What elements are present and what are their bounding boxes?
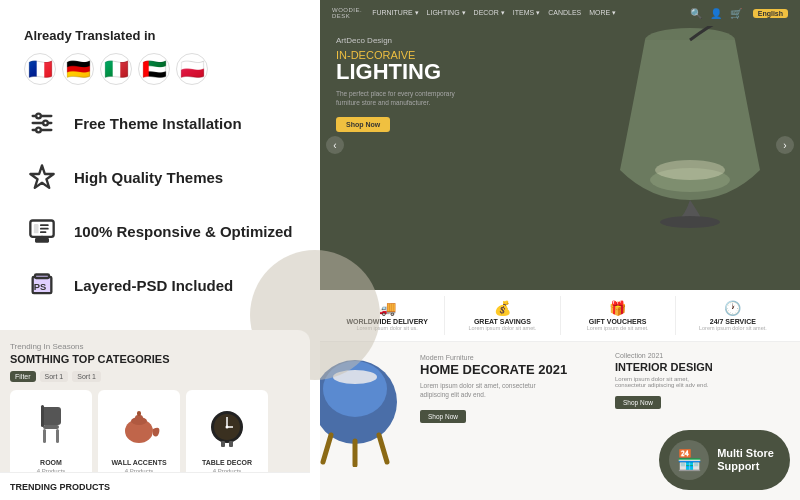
strip-savings-desc: Lorem ipsum dolor sit amet. [468,325,536,331]
interior-label: Collection 2021 [615,352,790,359]
left-panel: Already Translated in 🇫🇷 🇩🇪 🇮🇹 🇦🇪 🇵🇱 [0,0,320,500]
filter-row: Filter Sort 1 Sort 1 [10,371,300,382]
hero-prev-arrow[interactable]: ‹ [326,136,344,154]
hero-subtitle: ArtDeco Design [336,36,466,45]
already-translated-section: Already Translated in 🇫🇷 🇩🇪 🇮🇹 🇦🇪 🇵🇱 [24,28,296,85]
service-icon: 🕐 [724,300,741,316]
flag-de: 🇩🇪 [62,53,94,85]
monitor-icon [24,213,60,249]
vouchers-icon: 🎁 [609,300,626,316]
badge-icon [24,159,60,195]
svg-rect-18 [43,429,46,443]
strip-service: 🕐 24/7 SERVICE Lorem ipsum dolor sit ame… [676,296,790,335]
feature-high-quality: High Quality Themes [24,159,296,195]
nav-links: FURNITURE ▾ LIGHTING ▾ DECOR ▾ ITEMS ▾ C… [372,9,679,17]
feature-psd-text: Layered-PSD Included [74,277,233,294]
multi-store-badge: 🏪 Multi Store Support [659,430,790,490]
feature-high-quality-text: High Quality Themes [74,169,223,186]
nav-link-lighting[interactable]: LIGHTING ▾ [427,9,466,17]
already-translated-title: Already Translated in [24,28,296,43]
filter-sort1[interactable]: Sort 1 [40,371,69,382]
svg-rect-17 [43,425,59,429]
store-icon: 🏪 [669,440,709,480]
strip-vouchers: 🎁 GIFT VOUCHERS Lorem ipsum de sit amet. [561,296,676,335]
trending-products-title: TRENDING PRODUCTS [10,482,110,492]
svg-rect-30 [221,441,225,447]
right-bottom: Modern Furniture HOME DECORATE 2021 Lore… [320,342,800,500]
svg-point-34 [660,216,720,228]
interior-title: INTERIOR DESIGN [615,361,790,373]
bottom-preview: Trending In Seasons SOMTHING TOP CATEGOR… [0,330,310,500]
hero-next-arrow[interactable]: › [776,136,794,154]
hero-section: WOODIE. DESK FURNITURE ▾ LIGHTING ▾ DECO… [320,0,800,290]
hero-content: ArtDeco Design IN-DECORAIVE LIGHTING The… [336,36,466,132]
strip-savings-title: GREAT SAVINGS [474,318,531,325]
savings-icon: 💰 [494,300,511,316]
wall-product-image [98,397,180,457]
hero-cta-button[interactable]: Shop Now [336,117,390,132]
strip-service-title: 24/7 SERVICE [710,318,756,325]
right-panel: WOODIE. DESK FURNITURE ▾ LIGHTING ▾ DECO… [320,0,800,500]
product-card-room[interactable]: ROOM 4 Products [10,390,92,480]
svg-text:PS: PS [34,282,46,292]
nav-logo: WOODIE. DESK [332,7,362,19]
product-card-wall[interactable]: WALL ACCENTS 4 Products [98,390,180,480]
svg-point-35 [655,160,725,180]
user-icon[interactable]: 👤 [709,6,723,20]
decorate-shop-btn[interactable]: Shop Now [420,410,466,423]
svg-rect-20 [41,405,44,427]
svg-rect-19 [56,429,59,443]
language-button[interactable]: English [753,9,788,18]
sliders-icon [24,105,60,141]
features-list: Free Theme Installation High Quality The… [24,105,296,303]
strip-vouchers-title: GIFT VOUCHERS [589,318,647,325]
room-product-image [10,397,92,457]
table-product-image [186,397,268,457]
flag-pl: 🇵🇱 [176,53,208,85]
collection-label: Modern Furniture [420,354,595,361]
feature-responsive: 100% Responsive & Optimized [24,213,296,249]
nav-icons: 🔍 👤 🛒 [689,6,743,20]
home-decorate-section: Modern Furniture HOME DECORATE 2021 Lore… [410,342,605,500]
feature-responsive-text: 100% Responsive & Optimized [74,223,292,240]
feature-free-install: Free Theme Installation [24,105,296,141]
feature-free-install-text: Free Theme Installation [74,115,242,132]
svg-point-5 [36,128,41,133]
lamp-illustration [590,0,790,230]
filter-sort2[interactable]: Sort 1 [72,371,101,382]
nav-bar: WOODIE. DESK FURNITURE ▾ LIGHTING ▾ DECO… [320,0,800,26]
svg-rect-24 [137,411,141,416]
svg-rect-9 [34,224,39,233]
svg-rect-31 [229,441,233,447]
product-cards-row: ROOM 4 Products [10,390,300,480]
strip-savings: 💰 GREAT SAVINGS Lorem ipsum dolor sit am… [445,296,560,335]
flag-fr: 🇫🇷 [24,53,56,85]
home-decorate-title: HOME DECORATE 2021 [420,363,595,377]
something-top-label: SOMTHING TOP CATEGORIES [10,353,300,365]
search-icon[interactable]: 🔍 [689,6,703,20]
home-decorate-desc: Lorem ipsum dolor sit amet, consectetur … [420,381,540,399]
room-label: ROOM [36,457,66,468]
trending-in-label: Trending In Seasons [10,342,300,351]
nav-link-furniture[interactable]: FURNITURE ▾ [372,9,418,17]
features-strip: 🚚 WORLDWIDE DELIVERY Lorem ipsum dolor s… [320,290,800,342]
svg-point-4 [43,121,48,126]
hero-title-line2: LIGHTING [336,61,466,83]
nav-link-more[interactable]: MORE ▾ [589,9,616,17]
flags-row: 🇫🇷 🇩🇪 🇮🇹 🇦🇪 🇵🇱 [24,53,296,85]
nav-link-candles[interactable]: CANDLES [548,9,581,17]
cart-icon[interactable]: 🛒 [729,6,743,20]
multi-store-text: Multi Store Support [717,447,774,473]
delivery-icon: 🚚 [379,300,396,316]
filter-all[interactable]: Filter [10,371,36,382]
product-card-table[interactable]: TABLE DECOR 4 Products [186,390,268,480]
wall-label: WALL ACCENTS [107,457,170,468]
hero-description: The perfect place for every contemporary… [336,89,466,107]
table-label: TABLE DECOR [198,457,256,468]
svg-point-29 [226,425,229,428]
nav-link-decor[interactable]: DECOR ▾ [474,9,505,17]
nav-link-items[interactable]: ITEMS ▾ [513,9,540,17]
main-container: Already Translated in 🇫🇷 🇩🇪 🇮🇹 🇦🇪 🇵🇱 [0,0,800,500]
interior-shop-btn[interactable]: Shop Now [615,396,661,409]
flag-it: 🇮🇹 [100,53,132,85]
